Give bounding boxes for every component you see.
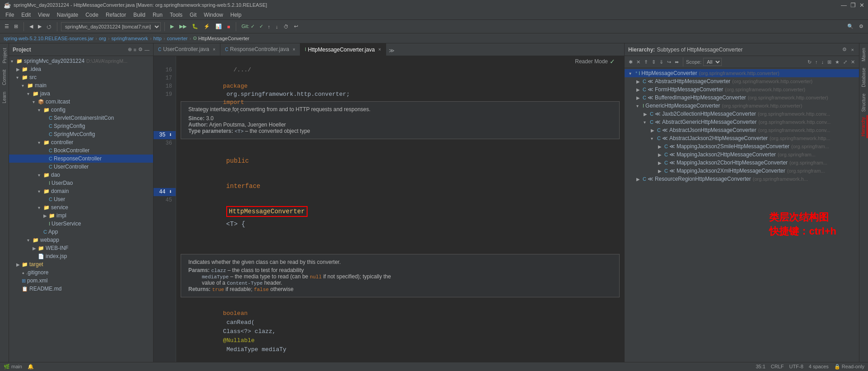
hier-item-abstract[interactable]: ▶ C ≪ AbstractHttpMessageConverter (org.… <box>625 77 859 85</box>
menu-run[interactable]: Run <box>149 11 166 19</box>
side-tab-database[interactable]: Database <box>860 65 867 90</box>
tree-item-impl[interactable]: ▶ 📁 impl <box>9 211 153 220</box>
tree-item-indexjsp[interactable]: 📄 index.jsp <box>9 252 153 260</box>
tab-close-responsecontroller[interactable]: × <box>293 47 295 52</box>
git-history-btn[interactable]: ⏱ <box>282 23 290 30</box>
tree-item-springmvcconfig[interactable]: C SpringMvcConfig <box>9 130 153 138</box>
tree-item-target[interactable]: ▶ 📁 target <box>9 260 153 268</box>
tree-item-springconfig[interactable]: C SpringConfig <box>9 122 153 130</box>
toolbar-debug-btn[interactable]: 🐛 <box>190 23 200 30</box>
tree-item-dao[interactable]: ▾ 📁 dao <box>9 171 153 179</box>
side-tab-commit[interactable]: Commit <box>1 67 8 88</box>
tree-item-pomxml[interactable]: ⊞ pom.xml <box>9 277 153 285</box>
menu-edit[interactable]: Edit <box>18 11 34 19</box>
hier-item-mjcbor[interactable]: ▶ C ≪ MappingJackson2CborHttpMessageConv… <box>625 159 859 167</box>
toolbar-nav-right[interactable]: ▶ <box>36 23 43 30</box>
toolbar-profile-btn[interactable]: 📊 <box>214 23 224 30</box>
hier-item-root[interactable]: ▾ * I HttpMessageConverter (org.springfr… <box>625 69 859 77</box>
side-tab-maven[interactable]: Maven <box>860 45 867 64</box>
tree-item-java[interactable]: ▾ 📁 java <box>9 89 153 98</box>
hier-item-abstractjackson2[interactable]: ▾ C ≪ AbstractJackson2HttpMessageConvert… <box>625 134 859 142</box>
menu-file[interactable]: File <box>2 11 18 19</box>
tree-item-domain[interactable]: ▾ 📁 domain <box>9 187 153 195</box>
breadcrumb-org[interactable]: org <box>99 36 106 41</box>
tree-item-webinf[interactable]: ▶ 📁 WEB-INF <box>9 244 153 252</box>
tab-close-httpmessageconverter[interactable]: × <box>378 47 381 52</box>
tree-item-user[interactable]: C User <box>9 195 153 203</box>
toolbar-nav-recent[interactable]: ⭯ <box>45 23 53 30</box>
hier-btn-4[interactable]: ⇕ <box>650 59 657 66</box>
hier-btn-3[interactable]: ⇑ <box>643 59 649 66</box>
tree-item-controller[interactable]: ▾ 📁 controller <box>9 138 153 146</box>
tree-item-servlet[interactable]: C ServletContainersInitCon <box>9 114 153 122</box>
tree-item-readmemd[interactable]: 📋 README.md <box>9 285 153 293</box>
tree-item-gitignore[interactable]: ⬥ .gitignore <box>9 268 153 277</box>
hier-item-mjxml[interactable]: ▶ C ≪ MappingJackson2XmlHttpMessageConve… <box>625 167 859 175</box>
hier-item-jaxb2[interactable]: ▶ C ≪ Jaxb2CollectionHttpMessageConverte… <box>625 110 859 118</box>
breadcrumb-springframework[interactable]: springframework <box>112 36 148 41</box>
hier-btn-expand[interactable]: ⊞ <box>826 59 833 66</box>
hier-btn-down[interactable]: ↓ <box>820 59 826 65</box>
toolbar-back-btn[interactable]: ☰ <box>3 23 11 30</box>
toolbar-forward-btn[interactable]: ⊞ <box>12 23 20 30</box>
panel-icon-minimize[interactable]: — <box>145 47 149 52</box>
hier-btn-2[interactable]: ✕ <box>635 59 642 66</box>
hier-item-form[interactable]: ▶ C ≪ FormHttpMessageConverter (org.spri… <box>625 85 859 94</box>
hier-btn-star[interactable]: ★ <box>834 59 841 66</box>
hier-btn-up[interactable]: ↑ <box>814 59 819 65</box>
panel-icon-1[interactable]: ⊕ <box>128 47 132 52</box>
tree-item-idea[interactable]: ▶ 📁 .idea <box>9 65 153 73</box>
hier-btn-6[interactable]: ↪ <box>666 59 672 66</box>
side-tab-learn[interactable]: Learn <box>1 89 8 106</box>
panel-icon-3[interactable]: ⚙ <box>138 47 143 52</box>
menu-navigate[interactable]: Navigate <box>53 11 82 19</box>
tree-item-usercontroller[interactable]: C UserController <box>9 163 153 171</box>
tree-item-bookcontroller[interactable]: C BookController <box>9 146 153 155</box>
tab-usercontroller[interactable]: C UserController.java × <box>154 43 220 56</box>
tree-item-userservice[interactable]: I UserService <box>9 220 153 228</box>
hierarchy-settings-btn[interactable]: ⚙ <box>841 46 848 53</box>
git-revert-btn[interactable]: ↩ <box>292 23 300 30</box>
window-controls[interactable]: — ❐ ✕ <box>841 2 864 9</box>
toolbar-settings-btn[interactable]: ⚙ <box>857 23 865 30</box>
tab-close-usercontroller[interactable]: × <box>213 47 215 52</box>
hier-btn-7[interactable]: ⬌ <box>673 59 680 66</box>
hier-item-mjsmile[interactable]: ▶ C ≪ MappingJackson2SmileHttpMessageCon… <box>625 142 859 150</box>
menu-tools[interactable]: Tools <box>166 11 186 19</box>
toolbar-build-btn[interactable]: ▶ <box>168 23 176 30</box>
hier-btn-5[interactable]: ⇓ <box>658 59 665 66</box>
hierarchy-close-btn[interactable]: × <box>850 46 855 53</box>
hier-btn-resize[interactable]: ⤢ <box>842 59 849 66</box>
scope-select[interactable]: All <box>703 58 722 66</box>
hier-btn-close2[interactable]: ✕ <box>849 59 856 66</box>
menu-git[interactable]: Git <box>186 11 200 19</box>
tree-item-config[interactable]: ▾ 📁 config <box>9 106 153 114</box>
git-push-btn[interactable]: ↑ <box>266 23 272 30</box>
tree-item-service[interactable]: ▾ 📁 service <box>9 203 153 211</box>
menu-refactor[interactable]: Refactor <box>102 11 130 19</box>
menu-view[interactable]: View <box>34 11 53 19</box>
menu-code[interactable]: Code <box>82 11 102 19</box>
side-tab-hierarchy[interactable]: Hierarchy <box>860 115 868 138</box>
side-tab-structure[interactable]: Structure <box>860 91 867 115</box>
breadcrumb-jar[interactable]: spring-web-5.2.10.RELEASE-sources.jar <box>4 36 93 41</box>
hier-item-generic[interactable]: ▾ I GenericHttpMessageConverter (org.spr… <box>625 102 859 110</box>
hier-btn-refresh[interactable]: ↻ <box>806 59 813 66</box>
maximize-button[interactable]: ❐ <box>850 2 856 9</box>
hier-item-abstractjson[interactable]: ▶ C ≪ AbstractJsonHttpMessageConverter (… <box>625 126 859 134</box>
tree-item-webapp[interactable]: ▾ 📁 webapp <box>9 236 153 244</box>
tabs-more-btn[interactable]: ≫ <box>386 46 397 56</box>
tree-item-main[interactable]: ▾ 📁 main <box>9 81 153 89</box>
tree-item-root[interactable]: ▾ 📁 springMvc_day20231224 D:\JAVA\spring… <box>9 57 153 65</box>
run-configuration-select[interactable]: springMvc_day20231224 [tomcat7:run] <box>61 22 161 31</box>
panel-icon-2[interactable]: ≡ <box>134 47 136 52</box>
git-pull-btn[interactable]: ↓ <box>274 23 280 30</box>
tree-item-app[interactable]: C App <box>9 228 153 236</box>
menu-window[interactable]: Window <box>200 11 227 19</box>
tree-item-comitcast[interactable]: ▾ 📦 com.itcast <box>9 98 153 106</box>
tree-item-userdao[interactable]: I UserDao <box>9 179 153 187</box>
minimize-button[interactable]: — <box>841 2 847 9</box>
menu-build[interactable]: Build <box>130 11 149 19</box>
toolbar-coverage-btn[interactable]: ⚡ <box>202 23 212 30</box>
tab-responsecontroller[interactable]: C ResponseController.java × <box>220 43 300 56</box>
